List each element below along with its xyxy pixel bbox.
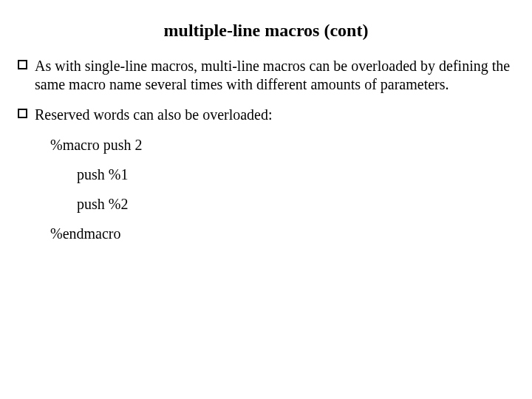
bullet-list: As with single-line macros, multi-line m…	[18, 57, 514, 124]
code-block: %macro push 2 push %1 push %2 %endmacro	[50, 136, 514, 242]
bullet-text: As with single-line macros, multi-line m…	[35, 57, 514, 94]
bullet-text: Reserved words can also be overloaded:	[35, 106, 273, 124]
slide: multiple-line macros (cont) As with sing…	[0, 0, 532, 399]
code-line: push %1	[77, 166, 514, 183]
code-line: %endmacro	[50, 225, 514, 242]
slide-title: multiple-line macros (cont)	[18, 21, 514, 41]
list-item: Reserved words can also be overloaded:	[18, 106, 514, 124]
square-bullet-icon	[18, 60, 27, 69]
square-bullet-icon	[18, 109, 27, 118]
code-line: %macro push 2	[50, 136, 514, 154]
list-item: As with single-line macros, multi-line m…	[18, 57, 514, 94]
code-line: push %2	[77, 195, 514, 213]
